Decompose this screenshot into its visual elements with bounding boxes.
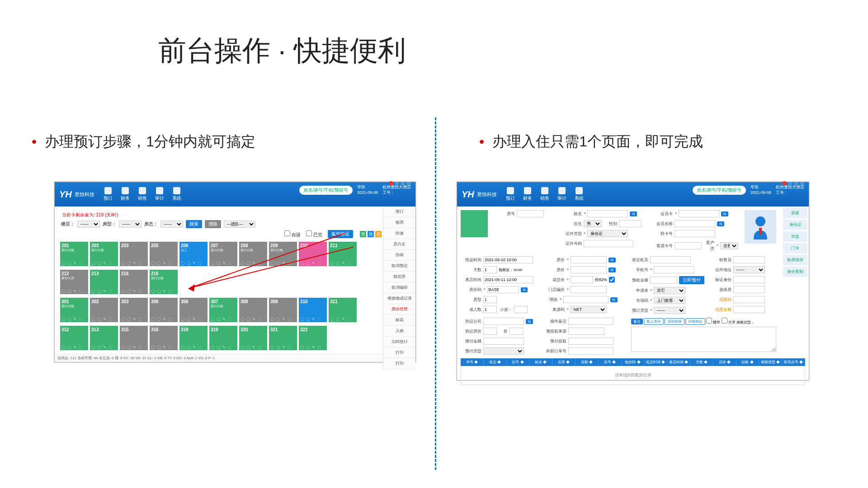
room-tile[interactable]: 311◯ ◯ ✎ ⬚ <box>329 298 357 322</box>
room-tile[interactable]: 216新行住唤◯ ◯ ✎ ⬚ <box>150 270 178 294</box>
nav-item[interactable]: 财务 <box>121 187 130 202</box>
type-select[interactable]: —— <box>119 221 142 228</box>
sidebar-item[interactable]: 锁房 <box>383 217 415 228</box>
nav-item[interactable]: 预订 <box>506 187 515 202</box>
room-tile[interactable]: 302◯ ◯ ✎ ⬚ <box>90 298 118 322</box>
sidebar-item[interactable]: 打印 <box>383 347 415 358</box>
sidebar-item[interactable]: 标高 <box>383 315 415 326</box>
room-tile[interactable]: 212豪华大床◯ ◯ ✎ ⬚ <box>60 270 88 294</box>
room-tile[interactable]: 306◯ ◯ ✎ ⬚ <box>179 298 208 322</box>
sidebar-item[interactable]: 身份复制 <box>783 267 807 277</box>
legend-item: 脏 <box>375 231 382 237</box>
room-tile[interactable]: 213◯ ◯ ✎ ⬚ <box>90 270 118 294</box>
app-header: YH 昱恒科技 预订财务销售审计系统 姓名/房号/手机/预留号 早班2021-0… <box>55 182 415 206</box>
sidebar-item[interactable]: 入账 <box>383 326 415 337</box>
svg-point-3 <box>755 216 765 226</box>
deposit-button[interactable]: 立即预付 <box>679 276 704 284</box>
room-tile[interactable] <box>461 210 488 237</box>
memo-tab[interactable]: 备注 <box>631 319 643 324</box>
memo-tab[interactable]: 客人喜好 <box>644 318 664 325</box>
main-nav: 预订财务销售审计系统 <box>506 187 584 202</box>
th: 房价 ◆ <box>713 358 736 366</box>
sidebar-item[interactable]: 协商 <box>383 250 415 261</box>
room-tile[interactable]: 316◯ ◯ ✎ ⬚ <box>150 326 178 350</box>
room-tile[interactable]: 313◯ ◯ ✎ ⬚ <box>90 326 118 350</box>
reset-button[interactable]: 清除 <box>205 220 221 228</box>
room-tile[interactable]: 312◯ ◯ ✎ ⬚ <box>60 326 88 350</box>
room-tile[interactable]: 308◯ ◯ ✎ ⬚ <box>269 298 297 322</box>
sidebar-item[interactable]: 打印 <box>383 358 415 369</box>
search-button[interactable]: 搜索 <box>186 220 202 228</box>
main-nav: 预订财务销售审计系统 <box>104 187 181 202</box>
verify-button[interactable]: 集中验证 <box>328 230 353 238</box>
memo-textarea[interactable] <box>631 327 776 352</box>
room-tile[interactable]: 310◯ ◯ ✎ ⬚ <box>299 298 327 322</box>
search-input[interactable]: 姓名/房号/手机/预留号 <box>693 186 746 195</box>
idno-input[interactable] <box>584 240 633 247</box>
room-tile[interactable]: 208新行住唤◯ ◯ ✎ ⬚ <box>239 242 267 266</box>
room-tile[interactable]: 210◯ ◯ ✎ ⬚ <box>299 242 327 266</box>
memo-tab[interactable]: 详细地址 <box>685 318 705 325</box>
bullet-left: •办理预订步骤，1分钟内就可搞定 <box>32 132 255 152</box>
nav-item[interactable]: 销售 <box>540 187 549 202</box>
right-sidebar: 预订锁房快速原办定协商取消预定独居房取消编排维修物成记录房价经管标高入账实时统计… <box>383 206 415 369</box>
room-tile[interactable]: 321◯ ◯ ✎ ⬚ <box>269 326 297 350</box>
room-tile[interactable]: 203◯ ◯ ✎ ⬚ <box>120 242 148 266</box>
nav-item[interactable]: 系统 <box>172 187 181 202</box>
floor-select[interactable]: —— <box>77 221 100 228</box>
room-tile[interactable]: 206员工◯ ◯ ✎ ⬚ <box>179 242 208 266</box>
sidebar-item[interactable]: 房价经管 <box>383 304 415 315</box>
room-tile[interactable]: 322◯ ◯ ✎ ⬚ <box>299 326 327 350</box>
room-tile[interactable]: 205◯ ◯ ✎ ⬚ <box>150 242 178 266</box>
sidebar-item[interactable]: 预订 <box>383 206 415 217</box>
nav-item[interactable]: 审计 <box>557 187 566 202</box>
leave-input[interactable] <box>483 276 533 283</box>
th: 房类 ◆ <box>552 358 576 366</box>
chk-self[interactable]: 自设 <box>284 230 301 238</box>
room-tile[interactable]: 209新行住唤◯ ◯ ✎ ⬚ <box>269 242 297 266</box>
room-tile[interactable]: 320◯ ◯ ✎ ⬚ <box>239 326 267 350</box>
team-select[interactable]: —团队— <box>224 221 255 228</box>
room-tile[interactable]: 306◯ ◯ ✎ ⬚ <box>150 298 178 322</box>
gender-select[interactable]: 男 <box>584 220 602 227</box>
search-input[interactable]: 姓名/房号/手机/预留号 <box>299 186 353 195</box>
room-tile[interactable]: 303◯ ◯ ✎ ⬚ <box>120 298 148 322</box>
member-input[interactable] <box>679 210 719 217</box>
nav-item[interactable]: 财务 <box>523 187 532 202</box>
room-tile[interactable]: 315◯ ◯ ✎ ⬚ <box>120 326 148 350</box>
memo-tab[interactable]: 活动余报 <box>665 318 684 325</box>
nav-item[interactable]: 系统 <box>575 187 584 202</box>
room-tile[interactable]: 301新行住唤◯ ◯ ✎ ⬚ <box>60 298 88 322</box>
arrive-input[interactable] <box>483 256 533 263</box>
nav-item[interactable]: 预订 <box>104 187 113 202</box>
sidebar-item[interactable]: 身份证 <box>783 220 807 230</box>
room-tile[interactable]: 319◯ ◯ ✎ ⬚ <box>209 326 237 350</box>
sidebar-item[interactable]: 新建 <box>783 208 807 218</box>
room-tile[interactable]: 211◯ ◯ ✎ ⬚ <box>329 242 357 266</box>
room-tile[interactable]: 307新行住唤◯ ◯ ✎ ⬚ <box>209 298 237 322</box>
room-tile[interactable]: 308◯ ◯ ✎ ⬚ <box>239 298 267 322</box>
app-header: YH 昱恒科技 预订财务销售审计系统 姓名/房号/手机/预留号 早班2021-0… <box>457 182 809 206</box>
status-select[interactable]: —— <box>160 221 183 228</box>
sidebar-item[interactable]: 门卡 <box>783 243 807 253</box>
sidebar-item[interactable]: 独居房 <box>383 272 415 282</box>
sidebar-item[interactable]: 标房保持 <box>783 255 807 265</box>
room-input[interactable] <box>517 210 544 217</box>
room-tile[interactable]: 318◯ ◯ ✎ ⬚ <box>179 326 208 350</box>
sidebar-item[interactable]: 维修物成记录 <box>383 293 415 304</box>
name-input[interactable] <box>587 210 628 217</box>
sidebar-item[interactable]: 快速 <box>383 228 415 239</box>
sidebar-item[interactable]: 取消预定 <box>383 261 415 272</box>
room-tile[interactable]: 216◯ ◯ ✎ ⬚ <box>120 270 148 294</box>
room-tile[interactable]: 207新行住唤◯ ◯ ✎ ⬚ <box>209 242 237 266</box>
nav-item[interactable]: 销售 <box>138 187 147 202</box>
sidebar-item[interactable]: 实时统计 <box>383 337 415 347</box>
idtype-select[interactable]: 身份证 <box>587 230 628 237</box>
chk-done[interactable]: 已完 <box>306 230 322 238</box>
sidebar-item[interactable]: 存盘 <box>783 231 807 242</box>
nav-item[interactable]: 审计 <box>155 187 164 202</box>
room-tile[interactable]: 203新行住唤◯ ◯ ✎ ⬚ <box>90 242 118 266</box>
room-tile[interactable]: 201新行住唤◯ ◯ ✎ ⬚ <box>60 242 88 266</box>
sidebar-item[interactable]: 取消编排 <box>383 282 415 293</box>
sidebar-item[interactable]: 原办定 <box>383 239 415 250</box>
